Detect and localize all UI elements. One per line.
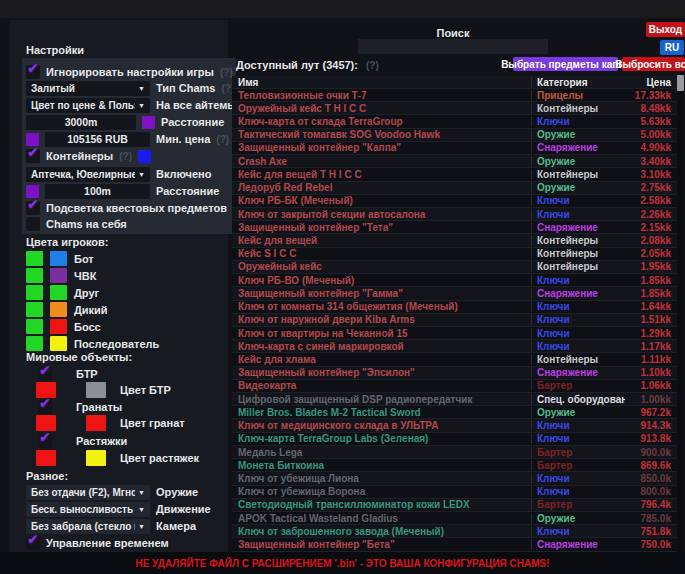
grenades-checkbox[interactable]: ✔ <box>38 400 52 414</box>
table-row[interactable]: Ключ-карта от склада TerraGroupКлючи5.63… <box>232 115 677 128</box>
scrollbar-thumb[interactable] <box>677 75 684 91</box>
chevron-down-icon: ▼ <box>138 523 145 530</box>
player-color-row: Последователь <box>26 335 159 352</box>
player-color-swatch-2[interactable] <box>50 336 67 351</box>
containers-color-swatch[interactable] <box>138 150 151 163</box>
table-row[interactable]: ВидеокартаБартер1.06kk <box>232 380 677 393</box>
item-price: 2.08kk <box>625 235 677 246</box>
table-scrollbar[interactable] <box>677 73 684 552</box>
table-row[interactable]: Ключ от наружной двери Kiba ArmsКлючи1.5… <box>232 314 677 327</box>
table-row[interactable]: Ключ от квартиры на Чеканной 15Ключи1.29… <box>232 327 677 340</box>
player-color-swatch-1[interactable] <box>26 268 43 283</box>
player-color-swatch-1[interactable] <box>26 319 43 334</box>
table-row[interactable]: Miller Bros. Blades M-2 Tactical SwordОр… <box>232 406 677 419</box>
distance-input[interactable]: 3000m <box>26 115 136 130</box>
item-name: Цифровой защищенный DSP радиопередатчик <box>232 394 531 405</box>
help-hint[interactable]: (?) <box>220 67 233 78</box>
table-row[interactable]: Ключ РБ-ВО (Меченый)Ключи1.85kk <box>232 274 677 287</box>
table-row[interactable]: Тактический томагавк SOG Voodoo HawkОруж… <box>232 129 677 142</box>
table-row[interactable]: Защищенный контейнер "Эпсилон"Снаряжение… <box>232 367 677 380</box>
column-header-category[interactable]: Категория <box>531 77 625 88</box>
quest-highlight-checkbox[interactable]: ✔ <box>26 201 40 215</box>
weapon-dropdown[interactable]: Без отдачи (F2), Мгновенное п ▼ <box>26 485 150 500</box>
item-category: Бартер <box>531 380 625 391</box>
grenade-color-swatch-2[interactable] <box>86 415 106 431</box>
item-category: Ключи <box>531 301 625 312</box>
loot-distance-input[interactable]: 100m <box>45 184 150 199</box>
btr-color-swatch-2[interactable] <box>86 382 106 398</box>
player-color-swatch-2[interactable] <box>50 251 67 266</box>
player-color-swatch-2[interactable] <box>50 268 67 283</box>
all-items-dropdown[interactable]: Цвет по цене & Пользователь ▼ <box>26 98 150 113</box>
item-price: 2.26kk <box>625 209 677 220</box>
tripwire-color-swatch-1[interactable] <box>36 450 56 466</box>
select-kappa-items-button[interactable]: Выбрать предметы каппа <box>513 57 618 71</box>
ignore-game-settings-checkbox[interactable]: ✔ <box>26 65 40 79</box>
table-row[interactable]: Оружейный кейс T H I C CКонтейнеры8.48kk <box>232 102 677 115</box>
table-row[interactable]: Защищенный контейнер "Тета"Снаряжение2.1… <box>232 221 677 234</box>
tripwire-color-swatch-2[interactable] <box>86 450 106 466</box>
table-row[interactable]: APOK Tactical Wasteland GladiusОружие785… <box>232 512 677 525</box>
player-color-swatch-1[interactable] <box>26 251 43 266</box>
table-row[interactable]: Ледоруб Red RebelОружие2.75kk <box>232 182 677 195</box>
table-row[interactable]: Кейс для вещей T H I C CКонтейнеры3.10kk <box>232 168 677 181</box>
table-row[interactable]: Оружейный кейсКонтейнеры1.95kk <box>232 261 677 274</box>
item-category: Ключи <box>531 341 625 352</box>
table-row[interactable]: Медаль LegaБартер900.0k <box>232 446 677 459</box>
table-row[interactable]: Ключ от заброшенного завода (Меченый)Клю… <box>232 525 677 538</box>
drop-all-button[interactable]: Выбросить все <box>622 57 685 71</box>
distance-color-swatch[interactable] <box>142 116 155 129</box>
table-row[interactable]: Ключ от убежища ВоронаКлючи800.0k <box>232 486 677 499</box>
table-row[interactable]: Кейс для хламаКонтейнеры1.11kk <box>232 353 677 366</box>
search-input[interactable] <box>358 39 548 54</box>
table-row[interactable]: Цифровой защищенный DSP радиопередатчикС… <box>232 393 677 406</box>
player-color-swatch-2[interactable] <box>50 302 67 317</box>
table-row[interactable]: Ключ-карта с синей маркировкойКлючи1.17k… <box>232 340 677 353</box>
table-row[interactable]: Светодиодный трансиллюминатор кожи LEDXБ… <box>232 499 677 512</box>
time-control-checkbox[interactable]: ✔ <box>26 536 40 550</box>
item-price: 2.15kk <box>625 222 677 233</box>
camera-dropdown[interactable]: Без забрала (стекло шлема) ▼ <box>26 519 150 534</box>
table-row[interactable]: Защищенный контейнер "Гамма"Снаряжение1.… <box>232 287 677 300</box>
loot-types-dropdown[interactable]: Аптечка, Ювелирные и... ▼ <box>26 167 150 182</box>
language-button[interactable]: RU <box>660 40 684 55</box>
help-hint[interactable]: (?) <box>119 151 132 162</box>
table-row[interactable]: Кейс S I C CКонтейнеры2.05kk <box>232 248 677 261</box>
btr-checkbox[interactable]: ✔ <box>38 367 52 381</box>
table-row[interactable]: Тепловизионные очки Т-7Прицелы17.33kk <box>232 89 677 102</box>
table-row[interactable]: Ключ от медицинского склада в УЛЬТРАКлюч… <box>232 419 677 432</box>
table-row[interactable]: Ключ от закрытой секции автосалонаКлючи2… <box>232 208 677 221</box>
column-header-name[interactable]: Имя <box>232 77 531 88</box>
player-color-swatch-2[interactable] <box>50 285 67 300</box>
player-color-swatch-1[interactable] <box>26 302 43 317</box>
self-chams-checkbox[interactable] <box>26 217 40 231</box>
player-color-swatch-2[interactable] <box>50 319 67 334</box>
tripwire-color-label: Цвет растяжек <box>120 452 199 464</box>
table-row[interactable]: Ключ РБ-БК (Меченый)Ключи2.58kk <box>232 195 677 208</box>
table-row[interactable]: Монета БиткоинаБартер869.6k <box>232 459 677 472</box>
table-row[interactable]: Кейс для вещейКонтейнеры2.08kk <box>232 234 677 247</box>
item-name: Ключ от закрытой секции автосалона <box>232 209 531 220</box>
table-row[interactable]: Ключ от убежища ЛионаКлючи850.0k <box>232 472 677 485</box>
column-header-price[interactable]: Цена <box>625 77 677 88</box>
table-row[interactable]: Crash AxeОружие3.40kk <box>232 155 677 168</box>
help-hint[interactable]: (?) <box>366 60 379 71</box>
exit-button[interactable]: Выход <box>646 22 685 37</box>
min-price-input[interactable]: 105156 RUB <box>45 132 150 147</box>
table-row[interactable]: Ключ от комнаты 314 общежития (Меченый)К… <box>232 301 677 314</box>
all-items-label: На все айтемы <box>156 99 237 111</box>
table-row[interactable]: Защищенный контейнер "Каппа"Снаряжение4.… <box>232 142 677 155</box>
player-color-swatch-1[interactable] <box>26 336 43 351</box>
item-price: 1.17kk <box>625 341 677 352</box>
tripwires-checkbox[interactable]: ✔ <box>38 434 52 448</box>
containers-checkbox[interactable]: ✔ <box>26 149 40 163</box>
player-type-label: Бот <box>74 253 94 265</box>
table-row[interactable]: Защищенный контейнер "Бета"Снаряжение750… <box>232 538 677 551</box>
item-name: Видеокарта <box>232 380 531 391</box>
table-row[interactable]: Ключ-карта TerraGroup Labs (Зеленая)Ключ… <box>232 433 677 446</box>
chams-type-dropdown[interactable]: Залитый ▼ <box>26 81 150 96</box>
player-color-swatch-1[interactable] <box>26 285 43 300</box>
table-header-row: Имя Категория Цена <box>232 76 677 89</box>
movement-dropdown[interactable]: Беск. выносливость и нет уста ▼ <box>26 502 150 517</box>
help-hint[interactable]: (?) <box>216 134 229 145</box>
